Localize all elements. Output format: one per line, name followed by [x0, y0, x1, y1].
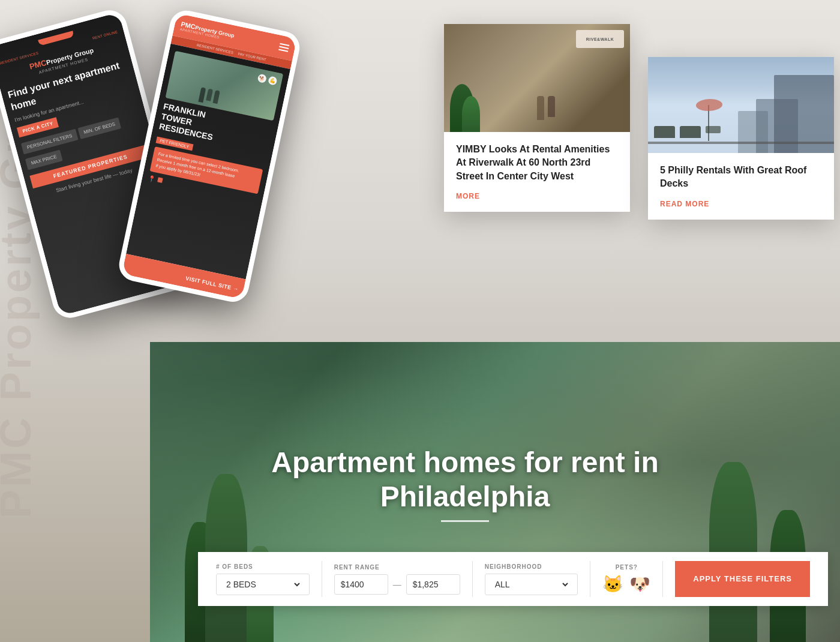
neighborhood-select[interactable]: ALL CENTER CITY FISHTOWN FAIRMOUNT — [493, 579, 571, 590]
menu-line — [278, 49, 288, 52]
neighborhood-select-wrapper[interactable]: ALL CENTER CITY FISHTOWN FAIRMOUNT — [485, 574, 578, 595]
hero-title: Apartment homes for rent in Philadelphia — [210, 445, 720, 514]
icon-dog: 🐕 — [257, 73, 267, 83]
plant — [462, 96, 480, 132]
filter-divider — [590, 561, 590, 597]
blog-title-1: YIMBY Looks At Rental Amenities At River… — [456, 143, 618, 183]
blog-card-philly: 5 Philly Rentals With Great Roof Decks R… — [648, 57, 834, 220]
pets-icons-row: 🐱 🐶 — [602, 574, 650, 594]
rent-max-input[interactable] — [406, 574, 460, 595]
hero-text-block: Apartment homes for rent in Philadelphia — [210, 445, 720, 522]
rent-filter-group: RENT RANGE — — [334, 564, 460, 595]
blog-card-yimby: RIVE&WALK YIMBY Looks At Rental Amenitie… — [444, 24, 630, 212]
dog-icon[interactable]: 🐶 — [629, 574, 650, 594]
beds-filter-group: # OF BEDS 2 BEDS 1 BED 3 BEDS STUDIO — [216, 563, 310, 595]
icon-gym: 💪 — [268, 76, 278, 86]
read-more-link-2[interactable]: READ MORE — [660, 200, 709, 208]
filter-divider — [662, 561, 663, 597]
field-beds: MIN. OF BEDS — [77, 117, 121, 139]
neighborhood-filter-group: NEIGHBORHOOD ALL CENTER CITY FISHTOWN FA… — [485, 563, 578, 595]
chair-1 — [654, 126, 675, 138]
apply-filters-button[interactable]: APPLY THESE FILTERS — [675, 561, 810, 597]
blog-content-2: 5 Philly Rentals With Great Roof Decks R… — [648, 153, 834, 220]
building-small — [738, 111, 768, 153]
beds-label: # OF BEDS — [216, 563, 310, 570]
blog-title-2: 5 Philly Rentals With Great Roof Decks — [660, 164, 822, 191]
beds-select-wrapper[interactable]: 2 BEDS 1 BED 3 BEDS STUDIO — [216, 574, 310, 595]
cat-icon[interactable]: 🐱 — [602, 574, 623, 594]
rent-min-input[interactable] — [334, 574, 388, 595]
filter-divider — [322, 561, 322, 597]
rent-label: RENT RANGE — [334, 564, 460, 571]
map-pin-icon: 📍 — [148, 175, 156, 182]
visit-site-link[interactable]: VISIT FULL SITE → — [185, 275, 239, 293]
rent-range-inputs: — — [334, 574, 460, 595]
read-more-link-1[interactable]: MORE — [456, 192, 480, 200]
person — [206, 89, 213, 101]
neighborhood-label: NEIGHBORHOOD — [485, 563, 578, 570]
lobby-people — [537, 96, 555, 120]
person — [548, 96, 555, 117]
rent-dash: — — [393, 580, 401, 589]
blog-image-2 — [648, 57, 834, 153]
filter-bar: # OF BEDS 2 BEDS 1 BED 3 BEDS STUDIO REN… — [198, 552, 828, 606]
filter-divider — [472, 561, 473, 597]
map-thumb — [157, 178, 163, 183]
nav-item: RENT ONLINE — [92, 30, 118, 40]
beds-select[interactable]: 2 BEDS 1 BED 3 BEDS STUDIO — [224, 579, 302, 590]
venue-logo: RIVE&WALK — [576, 30, 624, 48]
menu-line — [280, 43, 289, 46]
field-price: MAX PRICE — [25, 149, 63, 170]
blog-image-1: RIVE&WALK — [444, 24, 630, 132]
blog-content-1: YIMBY Looks At Rental Amenities At River… — [444, 132, 630, 212]
rooftop-furniture — [654, 126, 721, 138]
chair-2 — [680, 126, 701, 138]
pets-filter-group: PETS? 🐱 🐶 — [602, 564, 650, 594]
person — [537, 96, 544, 120]
menu-line — [279, 46, 289, 49]
title-underline — [441, 520, 489, 522]
hamburger-menu[interactable] — [278, 43, 289, 52]
railing — [648, 142, 834, 144]
pets-label: PETS? — [616, 564, 638, 571]
